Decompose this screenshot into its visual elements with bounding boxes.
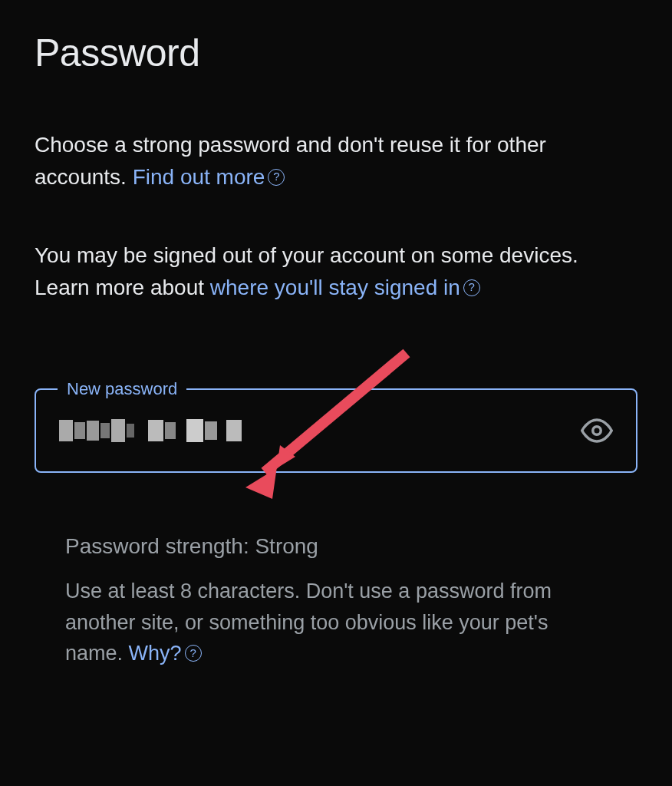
find-out-more-link[interactable]: Find out more? — [133, 165, 285, 189]
password-input-container: New password — [35, 388, 637, 473]
description-prefix: Choose a strong password and don't reuse… — [35, 133, 546, 189]
stay-signed-in-link[interactable]: where you'll stay signed in? — [210, 276, 480, 299]
svg-point-0 — [593, 427, 601, 435]
strength-section: Password strength: Strong Use at least 8… — [35, 534, 637, 669]
strength-hint: Use at least 8 characters. Don't use a p… — [65, 576, 591, 669]
help-icon: ? — [463, 279, 480, 296]
help-icon: ? — [268, 169, 285, 186]
eye-icon — [581, 414, 613, 447]
password-input-label: New password — [58, 379, 186, 399]
help-icon: ? — [185, 645, 202, 662]
page-title: Password — [35, 31, 637, 75]
signout-notice: You may be signed out of your account on… — [35, 239, 637, 304]
strength-label: Password strength: Strong — [65, 534, 591, 559]
description-text: Choose a strong password and don't reuse… — [35, 129, 637, 193]
password-input[interactable] — [59, 411, 242, 450]
why-link[interactable]: Why?? — [129, 642, 202, 665]
toggle-visibility-button[interactable] — [581, 414, 613, 447]
